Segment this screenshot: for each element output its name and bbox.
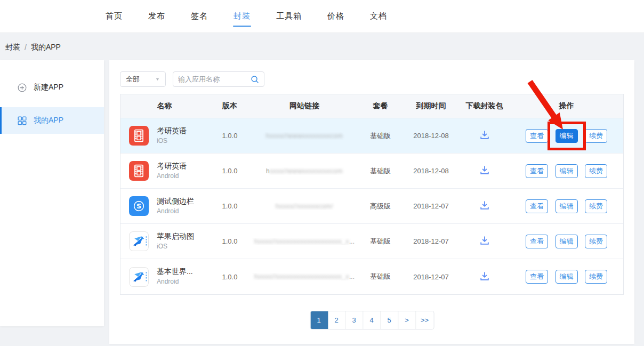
app-url: hxxxx//xxxxxxcom/: [251, 203, 358, 210]
column-header-expiry: 到期时间: [403, 101, 459, 111]
renew-button[interactable]: 续费: [585, 199, 607, 213]
view-button[interactable]: 查看: [526, 129, 548, 143]
sidebar-item-new-app[interactable]: 新建APP: [0, 74, 104, 101]
column-header-url: 网站链接: [251, 101, 358, 111]
filter-bar: 全部 ▼: [120, 71, 264, 87]
page-button-1[interactable]: 1: [310, 311, 328, 329]
sidebar-item-label: 新建APP: [34, 83, 63, 92]
edit-button[interactable]: 编辑: [556, 164, 578, 178]
plus-circle-icon: [18, 83, 27, 92]
app-version: 1.0.0: [208, 273, 251, 281]
main-content-card: 全部 ▼ 名称 版本 网站链接 套餐 到期时间 下载封装包 操作: [109, 60, 634, 344]
app-url: hxxxx//xxxxxxxxxxxxxxxxxxx_x...: [251, 238, 358, 245]
column-header-version: 版本: [208, 101, 251, 111]
download-icon[interactable]: [479, 164, 490, 176]
app-name: 考研英语: [157, 162, 187, 171]
app-name: 基本世界...: [157, 267, 193, 276]
renew-button[interactable]: 续费: [585, 129, 607, 143]
main-nav: 首页 发布 签名 封装 工具箱 价格 文档: [105, 8, 388, 25]
renew-button[interactable]: 续费: [585, 270, 607, 284]
page-button-2[interactable]: 2: [328, 311, 345, 329]
page-button-3[interactable]: 3: [345, 311, 363, 329]
app-plan: 基础版: [358, 272, 403, 281]
app-expiry: 2018-12-08: [403, 167, 459, 175]
column-header-download: 下载封装包: [459, 101, 510, 111]
app-version: 1.0.0: [208, 167, 251, 175]
app-platform: Android: [157, 277, 193, 286]
page-button-4[interactable]: 4: [363, 311, 381, 329]
page-button-last[interactable]: >>: [416, 311, 433, 329]
app-platform: Android: [157, 172, 187, 181]
breadcrumb-section[interactable]: 封装: [5, 43, 20, 52]
app-name: 测试侧边栏: [157, 197, 194, 206]
renew-button[interactable]: 续费: [585, 164, 607, 178]
page-button-5[interactable]: 5: [381, 311, 398, 329]
renew-button[interactable]: 续费: [585, 235, 607, 248]
search-box: [173, 71, 264, 87]
edit-button[interactable]: 编辑: [556, 235, 578, 248]
bird-logo-icon: [129, 231, 149, 251]
nav-item-price[interactable]: 价格: [327, 8, 345, 25]
app-plan: 高级版: [358, 202, 403, 211]
film-red-icon: [129, 126, 149, 146]
nav-item-home[interactable]: 首页: [105, 8, 123, 25]
sidebar-item-my-apps[interactable]: 我的APP: [0, 107, 104, 134]
app-expiry: 2018-12-07: [403, 237, 459, 245]
view-button[interactable]: 查看: [526, 235, 548, 248]
app-url: hxxxx//wwwxxxxxxxxcom: [251, 132, 358, 140]
app-version: 1.0.0: [208, 132, 251, 140]
category-select-value: 全部: [126, 75, 140, 84]
column-header-plan: 套餐: [358, 101, 403, 111]
search-icon[interactable]: [251, 75, 259, 84]
bird-logo-icon: [129, 267, 149, 287]
app-platform: iOS: [157, 242, 194, 251]
download-icon[interactable]: [479, 129, 490, 141]
download-icon[interactable]: [479, 270, 490, 282]
grid-icon: [18, 116, 27, 125]
table-row: 基本世界... Android 1.0.0 hxxxx//xxxxxxxxxxx…: [120, 259, 623, 294]
s-logo-icon: S: [129, 196, 149, 216]
breadcrumb-current: 我的APP: [31, 43, 61, 52]
top-header: 首页 发布 签名 封装 工具箱 价格 文档: [0, 0, 644, 33]
nav-item-docs[interactable]: 文档: [369, 8, 388, 25]
category-select[interactable]: 全部 ▼: [120, 71, 166, 87]
app-url: hxxxx//wwwxxxxxxxxcom: [251, 167, 358, 175]
app-plan: 基础版: [358, 237, 403, 246]
download-icon[interactable]: [479, 235, 490, 246]
view-button[interactable]: 查看: [526, 270, 548, 284]
nav-item-signature[interactable]: 签名: [190, 8, 208, 25]
sidebar-item-label: 我的APP: [34, 116, 63, 125]
nav-item-package[interactable]: 封装: [233, 8, 251, 25]
pagination: 1 2 3 4 5 > >>: [310, 311, 434, 329]
column-header-name: 名称: [120, 101, 208, 111]
view-button[interactable]: 查看: [526, 164, 548, 178]
app-table: 名称 版本 网站链接 套餐 到期时间 下载封装包 操作: [120, 94, 624, 295]
app-name: 考研英语: [157, 126, 187, 135]
edit-button[interactable]: 编辑: [556, 129, 578, 143]
view-button[interactable]: 查看: [526, 199, 548, 213]
app-version: 1.0.0: [208, 202, 251, 210]
app-plan: 基础版: [358, 166, 403, 176]
svg-text:S: S: [136, 202, 141, 210]
nav-item-publish[interactable]: 发布: [148, 8, 166, 25]
app-url: hxxxx//xxxxxxxxxxxxxxxxxxx_x...: [251, 273, 358, 280]
app-expiry: 2018-12-08: [403, 132, 459, 140]
search-input[interactable]: [178, 75, 251, 83]
app-expiry: 2018-12-07: [403, 202, 459, 210]
sidebar: 新建APP 我的APP: [0, 60, 104, 326]
nav-item-toolbox[interactable]: 工具箱: [276, 8, 302, 25]
table-header: 名称 版本 网站链接 套餐 到期时间 下载封装包 操作: [120, 94, 623, 118]
edit-button[interactable]: 编辑: [556, 199, 578, 213]
app-platform: iOS: [157, 136, 187, 146]
edit-button[interactable]: 编辑: [556, 270, 578, 284]
app-platform: Android: [157, 207, 194, 216]
chevron-down-icon: ▼: [155, 77, 160, 82]
app-name: 苹果启动图: [157, 232, 194, 241]
breadcrumb-separator: /: [25, 43, 27, 52]
film-red-icon: [129, 161, 149, 181]
table-row: 考研英语 iOS 1.0.0 hxxxx//wwwxxxxxxxxcom 基础版…: [120, 118, 623, 154]
app-expiry: 2018-12-07: [403, 273, 459, 281]
download-icon[interactable]: [479, 199, 490, 211]
table-row: 考研英语 Android 1.0.0 hxxxx//wwwxxxxxxxxcom…: [120, 154, 623, 189]
page-button-next[interactable]: >: [398, 311, 416, 329]
